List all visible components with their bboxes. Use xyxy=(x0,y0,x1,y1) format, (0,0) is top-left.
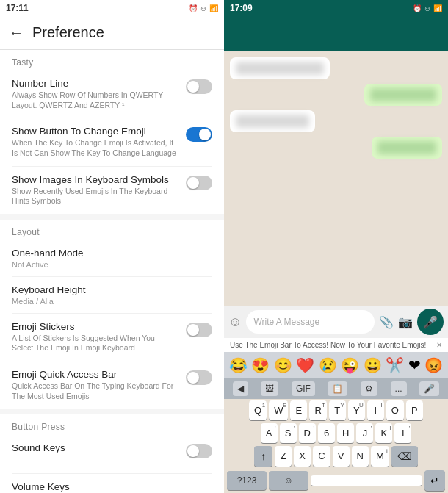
toolbar-settings[interactable]: ⚙ xyxy=(361,381,377,396)
section-label-tasty: Tasty xyxy=(0,50,224,71)
key-d[interactable]: D' xyxy=(299,423,316,443)
key-g[interactable]: H xyxy=(337,423,354,443)
message-bubble-out-2 xyxy=(372,137,442,159)
toolbar-clipboard[interactable]: 📋 xyxy=(328,381,347,396)
key-q[interactable]: Q1 xyxy=(249,400,267,420)
setting-title-keyboard-images: Show Images In Keyboard Symbols xyxy=(12,174,178,185)
status-time-right: 17:09 xyxy=(230,3,253,13)
right-panel: 17:09 ⏰ ☺ 📶 ☺ Write A Message 📎 📷 🎤 xyxy=(224,0,448,493)
setting-emoji-button: Show Button To Change Emoji When The Key… xyxy=(0,118,224,165)
key-w[interactable]: WE xyxy=(269,400,288,420)
key-a[interactable]: A' xyxy=(261,423,278,443)
status-time-left: 17:11 xyxy=(6,3,29,13)
enter-key[interactable]: ↵ xyxy=(424,470,445,491)
setting-number-line: Number Line Always Show Row Of Numbers I… xyxy=(0,71,224,118)
setting-desc-emoji-button: When The Key To Change Emoji Is Activate… xyxy=(12,138,178,158)
signal-icon: 📶 xyxy=(209,4,218,12)
setting-emoji-stickers: Emoji Stickers A List Of Stickers Is Sug… xyxy=(0,314,224,361)
key-j[interactable]: KI xyxy=(375,423,392,443)
alarm-icon-right: ⏰ xyxy=(413,4,422,12)
section-divider-layout xyxy=(0,214,224,220)
emoji-smile[interactable]: 😊 xyxy=(274,356,292,374)
close-hint-button[interactable]: ✕ xyxy=(436,341,442,349)
emoji-cry[interactable]: 😢 xyxy=(319,356,337,374)
camera-icon[interactable]: 📷 xyxy=(398,315,413,329)
emoji-scissors[interactable]: ✂️ xyxy=(386,356,404,374)
key-o[interactable]: P xyxy=(406,400,423,420)
shift-key[interactable]: ↑ xyxy=(254,446,272,467)
emoji-row: 😂 😍 😊 ❤️ 😢 😜 😀 ✂️ ❤ 😡 xyxy=(224,352,448,378)
toolbar-image[interactable]: 🖼 xyxy=(261,381,278,396)
toolbar-gif[interactable]: GIF xyxy=(292,381,315,396)
key-u[interactable]: II xyxy=(367,400,384,420)
keyboard-bottom-row: ?123 ☺ ↵ xyxy=(224,468,448,493)
toggle-number-line[interactable] xyxy=(186,79,212,94)
emoji-angry[interactable]: 😡 xyxy=(424,356,443,374)
blurred-msg-4 xyxy=(377,141,436,154)
setting-desc-emoji-stickers: A List Of Stickers Is Suggested When You… xyxy=(12,334,178,353)
setting-title-onehand: One-hand Mode xyxy=(12,248,212,259)
status-icons-right: ⏰ ☺ 📶 xyxy=(413,4,442,12)
emoji-input-button[interactable]: ☺ xyxy=(228,314,242,330)
key-k[interactable]: I' xyxy=(394,423,411,443)
setting-onehand-mode[interactable]: One-hand Mode Not Active xyxy=(0,240,224,276)
emoji-laugh[interactable]: 😂 xyxy=(229,356,248,374)
status-bar-left: 17:11 ⏰ ☺ 📶 xyxy=(0,0,224,16)
key-v[interactable]: V xyxy=(333,446,350,467)
message-bubble-out-1 xyxy=(364,84,442,106)
toggle-emoji-bar[interactable] xyxy=(186,370,212,385)
key-m[interactable]: Mi xyxy=(371,446,389,467)
emoji-key[interactable]: ☺ xyxy=(269,471,308,490)
setting-title-kb-height: Keyboard Height xyxy=(12,284,212,295)
status-icons-left: ⏰ ☺ 📶 xyxy=(189,4,218,12)
emoji-ok[interactable]: 😀 xyxy=(364,356,382,374)
key-x[interactable]: X xyxy=(294,446,311,467)
space-key[interactable] xyxy=(311,475,422,486)
toolbar-back[interactable]: ◀ xyxy=(233,381,248,396)
toolbar-mic[interactable]: 🎤 xyxy=(419,381,439,396)
key-r[interactable]: RT xyxy=(309,400,326,420)
face-icon-right: ☺ xyxy=(424,4,431,12)
emoji-wink[interactable]: 😜 xyxy=(341,356,359,374)
attachment-icon[interactable]: 📎 xyxy=(379,315,394,329)
key-s[interactable]: S' xyxy=(280,423,297,443)
toolbar-more[interactable]: ... xyxy=(391,381,407,396)
message-placeholder: Write A Message xyxy=(253,317,319,327)
settings-list: Tasty Number Line Always Show Row Of Num… xyxy=(0,50,224,493)
key-t[interactable]: TY xyxy=(329,400,346,420)
setting-keyboard-height[interactable]: Keyboard Height Media / Alia xyxy=(0,277,224,313)
section-label-button-press: Button Press xyxy=(0,414,224,435)
key-e[interactable]: E xyxy=(290,400,307,420)
emoji-heart[interactable]: ❤️ xyxy=(296,356,314,374)
keyboard-toolbar: ◀ 🖼 GIF 📋 ⚙ ... 🎤 xyxy=(224,378,448,399)
back-button[interactable]: ← xyxy=(9,24,24,41)
emoji-love[interactable]: 😍 xyxy=(251,356,270,374)
setting-desc-emoji-bar: Quick Access Bar On The Typing Keyboard … xyxy=(12,381,178,401)
key-z[interactable]: Z xyxy=(275,446,292,467)
symbols-key[interactable]: ?123 xyxy=(227,471,267,490)
key-y[interactable]: YU xyxy=(348,400,365,420)
blurred-msg-2 xyxy=(370,88,436,101)
key-c[interactable]: C xyxy=(313,446,330,467)
toggle-sound-keys[interactable] xyxy=(186,444,212,458)
toggle-emoji-button[interactable] xyxy=(186,127,212,142)
key-n[interactable]: N xyxy=(352,446,369,467)
mic-button[interactable]: 🎤 xyxy=(417,309,444,335)
setting-sub-kb-height: Media / Alia xyxy=(12,297,212,306)
key-h[interactable]: J' xyxy=(356,423,373,443)
toggle-keyboard-images[interactable] xyxy=(186,176,212,190)
message-input-area: ☺ Write A Message 📎 📷 🎤 xyxy=(224,306,448,338)
message-bubble-in-2 xyxy=(230,110,315,132)
backspace-key[interactable]: ⌫ xyxy=(391,446,418,467)
setting-emoji-quick-bar: Emoji Quick Access Bar Quick Access Bar … xyxy=(0,361,224,409)
toggle-emoji-stickers[interactable] xyxy=(186,323,212,337)
face-icon: ☺ xyxy=(200,4,207,12)
message-input-field[interactable]: Write A Message xyxy=(246,310,375,334)
setting-sound-keys: Sound Keys xyxy=(0,435,224,473)
chat-header xyxy=(224,16,448,51)
section-label-layout: Layout xyxy=(0,220,224,240)
key-i[interactable]: O xyxy=(386,400,404,420)
key-f[interactable]: 6 xyxy=(318,423,335,443)
keyboard-row-1: Q1 WE E RT TY YU II O P xyxy=(224,399,448,422)
emoji-fire[interactable]: ❤ xyxy=(408,356,421,374)
